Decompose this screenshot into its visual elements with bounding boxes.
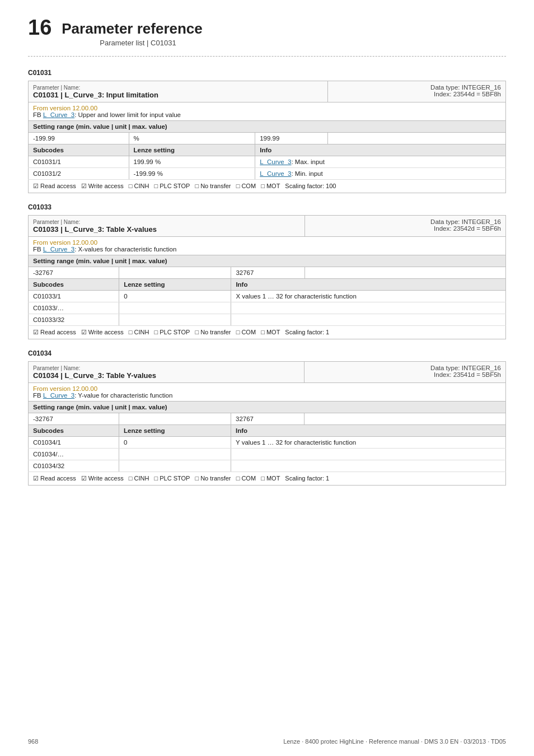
- sub-header-code-c01031: Subcodes: [29, 144, 129, 156]
- table-c01031: Parameter | Name: C01031 | L_Curve_3: In…: [28, 81, 506, 193]
- range-max-c01033: 32767: [231, 267, 305, 279]
- table-row: C01033/1 0 X values 1 … 32 for character…: [29, 291, 506, 302]
- page-number: 968: [28, 738, 38, 745]
- page-header: 16 Parameter reference Parameter list | …: [28, 17, 506, 47]
- access-row-c01034: ☑ Read access ☑ Write access □ CINH □ PL…: [29, 472, 506, 486]
- divider: [28, 56, 506, 57]
- range-min-c01033: -32767: [29, 267, 119, 279]
- version-c01034: From version 12.00.00: [33, 385, 97, 392]
- range-header-c01031: Setting range (min. value | unit | max. …: [29, 121, 506, 133]
- info-c01034-1: Y values 1 … 32 for characteristic funct…: [231, 437, 506, 449]
- range-unit-c01034: [119, 413, 231, 425]
- subcode-c01031-2: C01031/2: [29, 168, 129, 180]
- range-unit-c01033: [119, 267, 231, 279]
- version-row-c01031: From version 12.00.00 FB L_Curve_3: Uppe…: [29, 102, 506, 121]
- table-row: C01033/…: [29, 302, 506, 314]
- fb-link-c01031[interactable]: L_Curve_3: [43, 111, 74, 118]
- section-c01034-label: C01034: [28, 349, 506, 357]
- table-c01033: Parameter | Name: C01033 | L_Curve_3: Ta…: [28, 215, 506, 339]
- access-row-c01033: ☑ Read access ☑ Write access □ CINH □ PL…: [29, 326, 506, 339]
- sub-header-info-c01034: Info: [231, 425, 506, 437]
- fb-c01031: FB L_Curve_3: Upper and lower limit for …: [33, 111, 181, 118]
- fb-link-c01034[interactable]: L_Curve_3: [43, 392, 74, 399]
- section-c01031-label: C01031: [28, 69, 506, 77]
- subcodes-header-c01031: Subcodes Lenze setting Info: [29, 144, 506, 156]
- param-label-c01031: Parameter | Name:: [33, 85, 80, 91]
- table-row: C01034/1 0 Y values 1 … 32 for character…: [29, 437, 506, 449]
- param-label-c01034: Parameter | Name:: [33, 365, 80, 371]
- index-c01033: Index: 23542d = 5BF6h: [434, 225, 501, 232]
- subcodes-header-c01034: Subcodes Lenze setting Info: [29, 425, 506, 437]
- param-label-c01033: Parameter | Name:: [33, 219, 80, 225]
- lenze-c01031-2: -199.99 %: [129, 168, 255, 180]
- data-type-c01031: Data type: INTEGER_16: [430, 84, 501, 91]
- range-max-c01031: 199.99: [255, 133, 328, 144]
- fb-link-c01033[interactable]: L_Curve_3: [43, 246, 74, 253]
- chapter-number: 16: [28, 17, 51, 38]
- subcode-c01034-32: C01034/32: [29, 460, 119, 472]
- range-unit-c01031: %: [129, 133, 255, 144]
- version-c01031: From version 12.00.00: [33, 105, 97, 111]
- access-text-c01033: ☑ Read access ☑ Write access □ CINH □ PL…: [29, 326, 506, 339]
- table-row: C01034/32: [29, 460, 506, 472]
- sub-header-lenze-c01034: Lenze setting: [119, 425, 231, 437]
- version-row-c01034: From version 12.00.00 FB L_Curve_3: Y-va…: [29, 383, 506, 402]
- version-c01033: From version 12.00.00: [33, 239, 97, 246]
- range-label-c01031: Setting range (min. value | unit | max. …: [33, 123, 167, 130]
- subcode-c01031-1: C01031/1: [29, 156, 129, 168]
- version-row-c01033: From version 12.00.00 FB L_Curve_3: X-va…: [29, 237, 506, 255]
- table-row: C01034/…: [29, 449, 506, 460]
- range-min-c01034: -32767: [29, 413, 119, 425]
- sub-header-code-c01034: Subcodes: [29, 425, 119, 437]
- table-row: C01033/32: [29, 314, 506, 326]
- subcode-c01034-1: C01034/1: [29, 437, 119, 449]
- index-c01034: Index: 23541d = 5BF5h: [434, 371, 501, 378]
- access-text-c01031: ☑ Read access ☑ Write access □ CINH □ PL…: [29, 180, 506, 193]
- param-name-row-c01034: Parameter | Name: C01034 | L_Curve_3: Ta…: [29, 362, 506, 383]
- info-link-c01031-2[interactable]: L_Curve_3: [260, 170, 291, 177]
- value-row-c01031: -199.99 % 199.99: [29, 133, 506, 144]
- subcode-c01033-32: C01033/32: [29, 314, 119, 326]
- value-row-c01034: -32767 32767: [29, 413, 506, 425]
- table-c01034: Parameter | Name: C01034 | L_Curve_3: Ta…: [28, 361, 506, 486]
- info-c01033-1: X values 1 … 32 for characteristic funct…: [231, 291, 506, 302]
- subcode-c01033-1: C01033/1: [29, 291, 119, 302]
- table-row: C01031/2 -199.99 % L_Curve_3: Min. input: [29, 168, 506, 180]
- fb-c01033: FB L_Curve_3: X-values for characteristi…: [33, 246, 176, 253]
- page-footer: 968 Lenze · 8400 protec HighLine · Refer…: [28, 738, 506, 745]
- param-name-c01033: C01033 | L_Curve_3: Table X-values: [33, 225, 157, 234]
- info-c01031-2: L_Curve_3: Min. input: [255, 168, 506, 180]
- data-type-c01034: Data type: INTEGER_16: [430, 365, 501, 371]
- table-row: C01031/1 199.99 % L_Curve_3: Max. input: [29, 156, 506, 168]
- sub-header-lenze-c01031: Lenze setting: [129, 144, 255, 156]
- range-max-c01034: 32767: [231, 413, 305, 425]
- info-c01031-1: L_Curve_3: Max. input: [255, 156, 506, 168]
- param-name-row-c01033: Parameter | Name: C01033 | L_Curve_3: Ta…: [29, 216, 506, 237]
- access-text-c01034: ☑ Read access ☑ Write access □ CINH □ PL…: [29, 472, 506, 486]
- sub-header-info-c01031: Info: [255, 144, 506, 156]
- sub-header-info-c01033: Info: [231, 279, 506, 291]
- lenze-c01034-1: 0: [119, 437, 231, 449]
- param-name-c01034: C01034 | L_Curve_3: Table Y-values: [33, 371, 156, 380]
- lenze-c01033-1: 0: [119, 291, 231, 302]
- range-label-c01033: Setting range (min. value | unit | max. …: [33, 258, 167, 264]
- info-link-c01031-1[interactable]: L_Curve_3: [260, 158, 291, 165]
- index-c01031: Index: 23544d = 5BF8h: [434, 91, 501, 97]
- subcodes-header-c01033: Subcodes Lenze setting Info: [29, 279, 506, 291]
- fb-c01034: FB L_Curve_3: Y-value for characteristic…: [33, 392, 172, 399]
- param-name-row-c01031: Parameter | Name: C01031 | L_Curve_3: In…: [29, 81, 506, 102]
- subcode-c01034-dots: C01034/…: [29, 449, 119, 460]
- param-name-c01031: C01031 | L_Curve_3: Input limitation: [33, 91, 158, 99]
- range-header-c01033: Setting range (min. value | unit | max. …: [29, 255, 506, 267]
- chapter-title: Parameter reference: [62, 17, 203, 38]
- footer-text: Lenze · 8400 protec HighLine · Reference…: [283, 738, 506, 745]
- data-type-c01033: Data type: INTEGER_16: [430, 218, 501, 225]
- sub-header-lenze-c01033: Lenze setting: [119, 279, 231, 291]
- range-header-c01034: Setting range (min. value | unit | max. …: [29, 402, 506, 413]
- lenze-c01031-1: 199.99 %: [129, 156, 255, 168]
- sub-header: Parameter list | C01031: [100, 39, 203, 47]
- subcode-c01033-dots: C01033/…: [29, 302, 119, 314]
- range-min-c01031: -199.99: [29, 133, 129, 144]
- section-c01033-label: C01033: [28, 203, 506, 211]
- access-row-c01031: ☑ Read access ☑ Write access □ CINH □ PL…: [29, 180, 506, 193]
